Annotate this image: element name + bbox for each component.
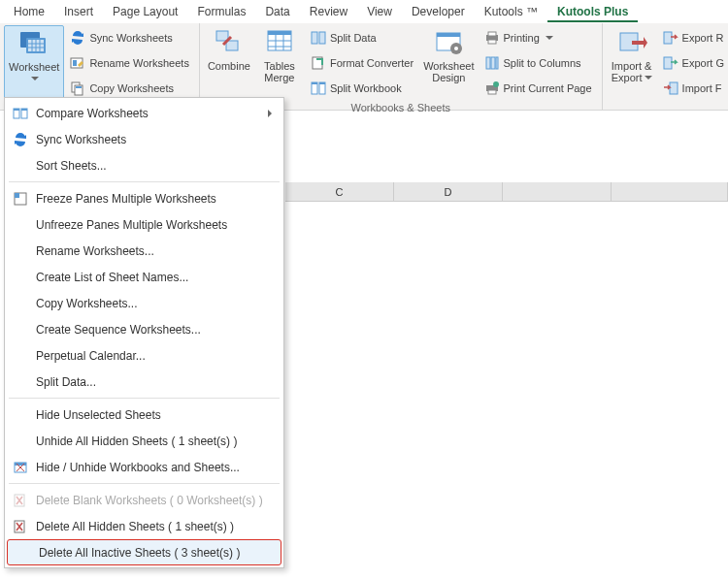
- grid-cells[interactable]: [285, 202, 728, 579]
- worksheet-design-button[interactable]: Worksheet Design: [419, 25, 478, 101]
- menu-del-inactive-label: Delete All Inactive Sheets ( 3 sheet(s) …: [39, 546, 273, 560]
- col-header-blank1[interactable]: [503, 182, 612, 201]
- menu-unfreeze-label: Unfreeze Panes Multiple Worksheets: [36, 218, 276, 232]
- import-f-label: Import F: [682, 82, 722, 94]
- tab-kutools-plus[interactable]: Kutools Plus: [547, 1, 638, 22]
- split-columns-icon: [484, 55, 500, 71]
- rename-worksheets-button[interactable]: Rename Worksheets: [66, 52, 193, 74]
- tab-developer[interactable]: Developer: [402, 1, 475, 22]
- col-header-c[interactable]: C: [285, 182, 394, 201]
- submenu-arrow-icon: [268, 110, 276, 117]
- menu-compare-worksheets[interactable]: Compare Worksheets: [5, 100, 283, 126]
- svg-rect-42: [664, 32, 672, 44]
- spreadsheet: C D: [285, 182, 728, 579]
- svg-rect-16: [268, 31, 291, 35]
- svg-point-31: [454, 47, 458, 50]
- hide-unhide-icon: [9, 458, 32, 477]
- svg-rect-36: [491, 57, 495, 69]
- delete-hidden-icon: [9, 517, 32, 536]
- svg-rect-9: [73, 60, 77, 66]
- import-export-label: Import & Export: [612, 60, 652, 83]
- menu-separator: [9, 483, 280, 484]
- export-r-button[interactable]: Export R: [659, 27, 728, 48]
- menu-create-sequence-worksheets[interactable]: Create Sequence Worksheets...: [5, 316, 283, 342]
- svg-rect-39: [488, 90, 496, 94]
- tab-review[interactable]: Review: [300, 1, 357, 22]
- menu-delete-all-inactive-sheets[interactable]: Delete All Inactive Sheets ( 3 sheet(s) …: [7, 539, 281, 565]
- menu-separator: [9, 398, 280, 399]
- tab-view[interactable]: View: [357, 1, 402, 22]
- tab-insert[interactable]: Insert: [54, 1, 103, 22]
- sync-worksheets-button[interactable]: Sync Worksheets: [66, 27, 193, 48]
- menu-separator: [9, 181, 280, 182]
- tab-home[interactable]: Home: [4, 1, 54, 22]
- copy-worksheets-label: Copy Worksheets: [89, 82, 174, 94]
- copy-worksheets-button[interactable]: Copy Worksheets: [66, 78, 193, 99]
- combine-button[interactable]: Combine: [204, 25, 254, 101]
- svg-rect-44: [670, 82, 678, 94]
- menu-unfreeze-panes[interactable]: Unfreeze Panes Multiple Worksheets: [5, 211, 283, 238]
- menu-sort-sheets[interactable]: Sort Sheets...: [5, 152, 283, 178]
- tab-page-layout[interactable]: Page Layout: [103, 1, 187, 22]
- svg-rect-35: [486, 57, 490, 69]
- svg-rect-13: [216, 31, 228, 41]
- sync-icon: [70, 30, 85, 46]
- print-current-page-button[interactable]: Print Current Page: [480, 78, 596, 99]
- menu-freeze-label: Freeze Panes Multiple Worksheets: [36, 192, 276, 206]
- split-workbook-button[interactable]: Split Workbook: [307, 78, 417, 99]
- menu-hide-unselected-sheets[interactable]: Hide Unselected Sheets: [5, 402, 283, 428]
- menu-delete-all-hidden-sheets[interactable]: Delete All Hidden Sheets ( 1 sheet(s) ): [5, 513, 283, 539]
- worksheet-design-label: Worksheet Design: [423, 60, 474, 83]
- menu-unhide-all-hidden-sheets[interactable]: Unhide All Hidden Sheets ( 1 sheet(s) ): [5, 428, 283, 454]
- split-data-label: Split Data: [330, 32, 377, 44]
- menu-del-hidden-label: Delete All Hidden Sheets ( 1 sheet(s) ): [36, 520, 276, 533]
- menu-hide-unsel-label: Hide Unselected Sheets: [36, 408, 276, 422]
- svg-rect-21: [312, 32, 317, 44]
- split-icon: [9, 372, 32, 392]
- menu-copy-label: Copy Worksheets...: [36, 297, 276, 310]
- menu-create-list-sheet-names[interactable]: Create List of Sheet Names...: [5, 264, 283, 290]
- import-export-button[interactable]: Import & Export: [607, 25, 657, 110]
- printer-icon: [484, 30, 500, 46]
- menu-split-data[interactable]: Split Data...: [5, 369, 283, 395]
- delete-blank-icon: [9, 491, 32, 510]
- tab-kutools[interactable]: Kutools ™: [475, 1, 547, 22]
- menu-create-list-label: Create List of Sheet Names...: [36, 271, 276, 284]
- export-c-label: Export G: [682, 57, 724, 69]
- tab-formulas[interactable]: Formulas: [187, 1, 255, 22]
- menu-split-label: Split Data...: [36, 375, 276, 389]
- import-f-button[interactable]: Import F: [659, 78, 728, 99]
- printing-button[interactable]: Printing: [480, 27, 596, 48]
- menu-hide-unhide-workbooks-sheets[interactable]: Hide / Unhide Workbooks and Sheets...: [5, 454, 283, 480]
- print-current-icon: [484, 80, 500, 96]
- menu-copy-worksheets[interactable]: Copy Worksheets...: [5, 290, 283, 316]
- format-converter-button[interactable]: Format Converter: [307, 52, 417, 74]
- hide-icon: [9, 405, 32, 425]
- menu-sync-worksheets[interactable]: Sync Worksheets: [5, 126, 283, 152]
- ribbon-group-import-export: Import & Export Export R Export G Import…: [603, 23, 728, 110]
- format-converter-icon: [311, 55, 326, 71]
- col-header-d[interactable]: D: [394, 182, 503, 201]
- delete-inactive-icon: [12, 543, 35, 563]
- split-to-columns-button[interactable]: Split to Columns: [480, 52, 596, 74]
- svg-rect-27: [319, 82, 325, 84]
- export-c-button[interactable]: Export G: [659, 52, 728, 74]
- rename-icon: [70, 55, 85, 71]
- menu-perpetual-calendar[interactable]: Perpetual Calendar...: [5, 342, 283, 369]
- unhide-icon: [9, 432, 32, 451]
- tab-data[interactable]: Data: [255, 1, 299, 22]
- tables-merge-button[interactable]: Tables Merge: [254, 25, 305, 101]
- svg-rect-48: [21, 109, 27, 111]
- sync-worksheets-label: Sync Worksheets: [89, 32, 172, 44]
- menu-rename-worksheets[interactable]: Rename Worksheets...: [5, 238, 283, 264]
- split-workbook-label: Split Workbook: [330, 82, 402, 94]
- split-to-columns-label: Split to Columns: [504, 57, 581, 69]
- menu-freeze-panes[interactable]: Freeze Panes Multiple Worksheets: [5, 185, 283, 211]
- tables-merge-icon: [264, 27, 295, 58]
- split-workbook-icon: [311, 80, 326, 96]
- split-data-button[interactable]: Split Data: [307, 27, 417, 48]
- svg-rect-14: [226, 41, 238, 50]
- menu-sync-label: Sync Worksheets: [36, 133, 276, 146]
- combine-label: Combine: [208, 60, 250, 72]
- col-header-blank2[interactable]: [612, 182, 728, 201]
